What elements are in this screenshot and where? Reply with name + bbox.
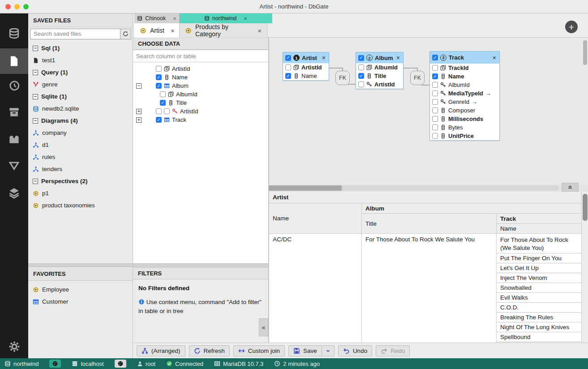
collapse-expander-icon[interactable]: − [136,83,142,89]
collapse-expander-icon[interactable]: − [33,94,38,99]
saved-group-diagrams[interactable]: −Diagrams (4) [28,115,133,127]
grid-cell-track[interactable]: Evil Walks [497,293,582,303]
rail-database-icon[interactable] [0,23,28,43]
saved-files-refresh-button[interactable] [120,29,131,39]
saved-item-genre[interactable]: genre [28,78,133,90]
status-database[interactable]: northwind [4,360,39,367]
checkbox-checked[interactable] [156,74,162,80]
checkbox-checked[interactable] [156,83,162,89]
choose-data-search-input[interactable] [133,50,268,62]
checkbox-unchecked[interactable] [432,124,438,130]
saved-item-rules[interactable]: rules [28,151,133,163]
saved-files-search-input[interactable] [30,29,120,39]
collapse-expander-icon[interactable]: − [33,179,38,184]
rail-archive-icon[interactable] [0,102,28,122]
favorites-splitter[interactable] [28,263,133,267]
choose-row-name[interactable]: Name [133,73,268,82]
close-tab-icon[interactable]: × [244,15,247,22]
node-column-row[interactable]: Milliseconds [430,115,499,123]
grid-cell-track[interactable]: Let's Get It Up [497,263,582,273]
hscrollbar-track[interactable] [269,185,558,191]
close-node-icon[interactable]: × [321,54,326,61]
node-column-row[interactable]: UnitPrice [430,132,499,140]
grid-scrollbar[interactable] [581,192,588,343]
refresh-button[interactable]: Refresh [189,345,230,356]
grid-cell-track[interactable]: Snowballed [497,283,582,293]
grid-cell-track[interactable]: For Those About To Rock (We Salute You) [497,234,582,253]
collapse-expander-icon[interactable]: + [136,117,142,123]
grid-cell-album-title-value[interactable]: For Those About To Rock We Salute You [362,234,497,343]
close-node-icon[interactable]: × [492,54,497,61]
rail-book-icon[interactable] [0,129,28,149]
saved-item-p1[interactable]: p1 [28,187,133,199]
node-column-row[interactable]: Title [356,72,403,80]
grid-column-header-track-name[interactable]: Name [497,224,582,234]
file-tab-products-by-category[interactable]: Products by Category × [180,23,267,38]
saved-item-d1[interactable]: d1 [28,139,133,151]
node-column-row[interactable]: Name [283,72,329,80]
grid-column-header-name[interactable]: Name [269,203,362,234]
grid-cell-track[interactable]: Inject The Venom [497,273,582,283]
saved-group-sqlite[interactable]: −Sqlite (1) [28,90,133,103]
add-zoom-button[interactable]: + [565,21,578,33]
diagram-node-artist[interactable]: 1 Artist × ArtistId Name [283,52,329,81]
checkbox-unchecked[interactable] [160,91,166,97]
filters-splitter[interactable] [133,263,268,267]
grid-group-header-track[interactable]: Track [497,214,582,224]
checkbox-checked[interactable] [432,73,438,79]
grid-cell-track[interactable]: C.O.D. [497,303,582,313]
saved-item-tenders[interactable]: tenders [28,163,133,175]
redo-button[interactable]: Redo [376,345,410,356]
collapse-expander-icon[interactable]: + [136,109,142,114]
node-header[interactable]: 2 Album × [356,52,403,63]
saved-group-perspectives[interactable]: −Perspectives (2) [28,175,133,187]
favorite-item-employee[interactable]: Employee [28,283,133,296]
node-column-row[interactable]: AlbumId [430,81,499,89]
checkbox-unchecked[interactable] [432,116,438,122]
checkbox-checked[interactable] [358,73,364,79]
arranged-button[interactable]: (Arranged) [137,345,185,356]
choose-row-title[interactable]: Title [133,99,268,107]
db-tab-chinook[interactable]: Chinook × [134,13,180,23]
saved-group-sql[interactable]: −Sql (1) [28,42,133,54]
checkbox-unchecked[interactable] [432,133,438,139]
custom-join-button[interactable]: Custom join [233,345,285,356]
node-column-row[interactable]: ArtistId [283,63,329,72]
checkbox-checked[interactable] [285,55,291,61]
rail-layers-icon[interactable] [0,183,28,202]
grid-group-header-artist[interactable]: Artist [269,192,582,203]
close-node-icon[interactable]: × [395,54,401,61]
checkbox-checked[interactable] [358,55,364,61]
grid-scrollbar-thumb[interactable] [583,194,588,221]
choose-row-albumid[interactable]: AlbumId [133,90,268,99]
hscrollbar-thumb[interactable] [269,185,342,191]
rail-files-icon[interactable] [0,48,28,74]
checkbox-checked[interactable] [285,73,291,79]
expand-pane-up-button[interactable] [562,183,579,192]
checkbox-unchecked[interactable] [432,65,438,71]
checkbox-unchecked[interactable] [358,64,364,70]
saved-group-query[interactable]: −Query (1) [28,66,133,78]
checkbox-unchecked[interactable] [432,99,438,105]
node-header[interactable]: 3 Track × [430,51,499,64]
diagram-canvas[interactable]: FK FK 1 Artist × ArtistId Name 2 Album ×… [269,38,588,184]
rail-settings-gear-icon[interactable] [0,337,28,356]
close-tab-icon[interactable]: × [171,27,175,34]
checkbox-checked[interactable] [160,100,166,106]
grid-cell-track[interactable]: Night Of The Long Knives [497,322,582,332]
connection-color-badge[interactable] [115,360,126,368]
checkbox-unchecked[interactable] [432,82,438,88]
checkbox-checked[interactable] [432,55,438,60]
close-window-button[interactable] [5,4,11,9]
grid-cell-artist-value[interactable]: AC/DC [269,234,362,343]
saved-item-newdb2[interactable]: newdb2.sqlite [28,103,133,115]
node-header[interactable]: 1 Artist × [283,52,329,63]
grid-group-header-album[interactable]: Album [362,203,582,214]
checkbox-unchecked[interactable] [156,66,162,72]
fk-connector-label[interactable]: FK [410,71,425,85]
grid-cell-track[interactable]: Spellbound [497,332,582,342]
grid-cell-track[interactable]: Put The Finger On You [497,253,582,263]
choose-row-album[interactable]: − Album [133,82,268,90]
file-tab-artist[interactable]: Artist × [134,23,180,38]
choose-row-artistid[interactable]: ArtistId [133,64,268,73]
